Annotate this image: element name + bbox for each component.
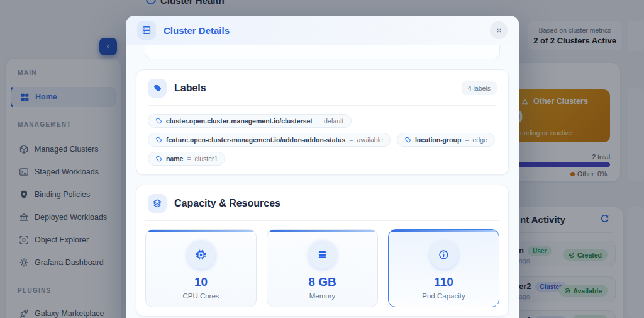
label-chip: name=cluster1	[148, 152, 225, 166]
capacity-title: Capacity & Resources	[174, 198, 280, 209]
modal-title: Cluster Details	[164, 25, 230, 36]
modal-header: Cluster Details	[126, 16, 519, 45]
stat-value: 110	[389, 275, 499, 289]
capacity-section: Capacity & Resources 10 CPU Cores	[136, 185, 509, 317]
tag-outline-icon	[404, 137, 411, 144]
tag-icon	[148, 79, 167, 98]
cluster-details-modal: Cluster Details Labels 4 labels	[126, 16, 519, 318]
tag-outline-icon	[155, 137, 162, 144]
labels-count-badge: 4 labels	[462, 81, 497, 95]
stat-label: Memory	[267, 292, 377, 300]
label-chip: location-group=edge	[397, 133, 495, 147]
stat-card-cpu[interactable]: 10 CPU Cores	[145, 229, 257, 307]
stat-value: 10	[146, 275, 256, 289]
label-chip: cluster.open-cluster-management.io/clust…	[148, 114, 352, 128]
close-icon[interactable]	[490, 21, 508, 39]
modal-body: Labels 4 labels cluster.open-cluster-man…	[126, 45, 519, 317]
labels-section: Labels 4 labels cluster.open-cluster-man…	[136, 69, 509, 175]
screen: Cluster Health Based on cluster metrics …	[0, 0, 644, 318]
memory-icon	[308, 240, 337, 269]
scrolled-card-remnant	[145, 45, 500, 59]
divider	[148, 105, 497, 106]
labels-title: Labels	[174, 82, 206, 94]
stat-card-pod-capacity[interactable]: 110 Pod Capacity	[388, 229, 499, 307]
tag-outline-icon	[155, 156, 162, 162]
stat-label: Pod Capacity	[389, 292, 499, 300]
label-chip: feature.open-cluster-management.io/addon…	[148, 133, 391, 147]
cpu-icon	[187, 240, 216, 269]
info-icon	[430, 240, 458, 269]
stat-value: 8 GB	[267, 275, 377, 289]
stat-card-memory[interactable]: 8 GB Memory	[267, 229, 378, 307]
layers-icon	[148, 194, 167, 213]
divider	[145, 220, 499, 221]
tag-outline-icon	[155, 118, 162, 125]
stat-label: CPU Cores	[146, 292, 256, 300]
server-icon	[137, 21, 156, 40]
